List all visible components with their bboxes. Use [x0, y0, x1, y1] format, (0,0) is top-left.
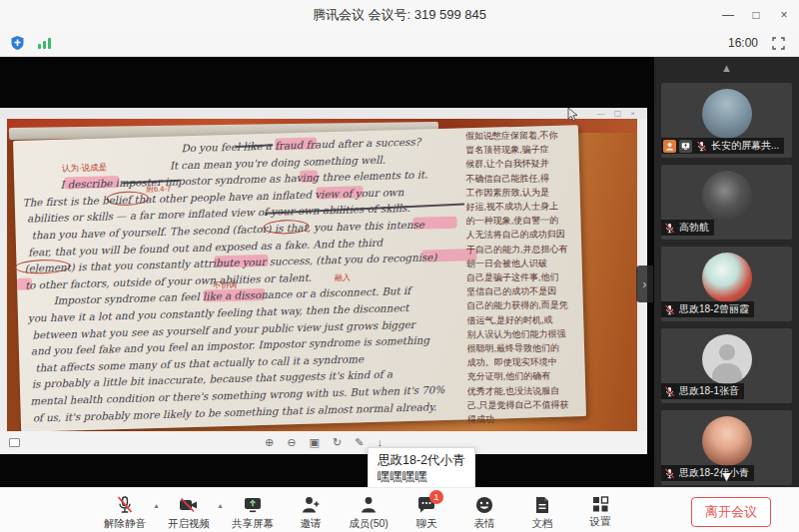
docs-button[interactable]: 文档 [513, 490, 571, 531]
invite-button[interactable]: 邀请 [282, 490, 340, 531]
zoom-out-icon[interactable]: ⊖ [287, 437, 296, 448]
chevron-right-icon: › [642, 276, 646, 291]
chinese-note-line: 于自己的能力,并总担心有 [466, 242, 580, 257]
emoji-button[interactable]: 表情 [455, 490, 513, 531]
share-screen-icon [242, 495, 264, 515]
unmute-button[interactable]: 解除静音 [96, 490, 154, 531]
members-label: 成员(50) [349, 517, 389, 531]
chinese-note-line: 别人误认为他们能力很强 [466, 326, 580, 341]
invite-label: 邀请 [301, 517, 322, 531]
smiley-icon [474, 495, 494, 515]
window-title: 腾讯会议 会议号: 319 599 845 [313, 6, 486, 24]
avatar [702, 253, 752, 302]
member-person-icon [359, 495, 379, 515]
document-icon [533, 495, 551, 515]
shared-document-photo: 认为·说成是 附6.4-7 不协调 融入 Do you feel like a … [7, 119, 637, 431]
settings-label: 设置 [590, 515, 611, 529]
participant-tile[interactable]: 高勃航 [661, 165, 792, 240]
chinese-note-line: 充分证明,他们的确有 [467, 369, 581, 384]
chinese-note-line: 很聪明,最终导致他们的 [467, 340, 581, 355]
window-controls: — □ × [721, 0, 791, 30]
share-screen-label: 共享屏幕 [232, 517, 274, 531]
collapse-sidebar-chevron[interactable]: › [636, 266, 653, 302]
presenter-icon [663, 140, 676, 153]
settings-grid-icon [591, 495, 609, 513]
participant-tile[interactable]: 思政18-2曾丽霞 [661, 247, 792, 321]
fit-size-icon[interactable]: ▣ [310, 437, 320, 448]
chinese-note-line: 坚信自己的成功不是因 [466, 284, 580, 299]
meeting-toolbar: 解除静音 ▲ 开启视频 ▲ 共享屏幕 邀请 [0, 487, 799, 532]
chat-preview-message: 嘿嘿嘿嘿 [378, 469, 465, 486]
network-signal-icon[interactable] [37, 36, 53, 50]
chat-preview-sender: 思政18-2代小青 [378, 452, 465, 469]
scroll-down-arrow[interactable]: ▼ [654, 470, 799, 482]
close-button[interactable]: × [777, 8, 791, 22]
security-shield-icon[interactable] [10, 35, 25, 51]
muted-mic-large-icon [115, 495, 135, 515]
chat-label: 聊天 [416, 517, 437, 531]
shared-application-window: — ▢ × [0, 108, 647, 454]
handwritten-english-text: Do you feel like a fraud fraud after a s… [21, 132, 474, 425]
muted-mic-icon [695, 140, 708, 153]
handwritten-chinese-notes: 假如说憋症保留着,不你冒名顶替现象,骗子症候群,让个自我怀疑并不确信自己能胜任,… [465, 128, 581, 426]
participant-name: 思政18-1张音 [679, 384, 739, 398]
chinese-note-line: 成功。即使现实环境中 [467, 355, 581, 370]
shared-window-chrome: — ▢ × [0, 108, 647, 119]
unmute-label: 解除静音 [104, 517, 146, 531]
fullscreen-icon[interactable] [772, 37, 785, 50]
chinese-note-line: 好运,视不成功人士身上 [466, 199, 580, 214]
chinese-note-line: 自己的能力获得的,而是凭 [466, 298, 580, 313]
zoom-in-icon[interactable]: ⊕ [265, 437, 274, 448]
camera-off-icon [178, 495, 200, 515]
annotate-icon[interactable]: ✎ [355, 437, 364, 448]
chinese-note-line: 朝一日会被他人识破 [466, 256, 580, 270]
chat-button[interactable]: 1 聊天 [398, 490, 455, 531]
muted-mic-icon [663, 303, 676, 316]
meeting-timer: 16:00 [728, 36, 758, 50]
shared-screen-stage: — ▢ × [0, 57, 654, 487]
leave-meeting-button[interactable]: 离开会议 [691, 497, 771, 527]
mouse-cursor-icon [567, 107, 578, 122]
chinese-note-line: 人无法将自己的成功归因 [466, 228, 580, 243]
maximize-button[interactable]: □ [749, 8, 763, 22]
chat-unread-badge: 1 [429, 490, 443, 504]
participant-name: 思政18-2曾丽霞 [679, 302, 749, 316]
settings-button[interactable]: 设置 [571, 490, 629, 529]
muted-mic-icon [663, 222, 676, 235]
participant-tile[interactable]: 长安的屏幕共... [661, 83, 792, 158]
chinese-note-line: 不确信自己能胜任,得 [465, 171, 579, 186]
main-region: — ▢ × [0, 57, 799, 487]
shared-maximize-icon: ▢ [614, 110, 622, 118]
chat-message-preview: 思政18-2代小青 嘿嘿嘿嘿 [368, 447, 475, 487]
chinese-note-line: 己,只是觉得自己不值得获 [467, 397, 581, 412]
rotate-icon[interactable]: ↻ [333, 437, 342, 448]
participant-name: 长安的屏幕共... [711, 139, 779, 153]
members-button[interactable]: 成员(50) [340, 490, 398, 531]
chinese-note-line: 候群,让个自我怀疑并 [465, 157, 579, 172]
start-video-label: 开启视频 [168, 517, 210, 531]
chinese-note-line: 自己是骗子这件事,他们 [466, 269, 580, 284]
share-screen-button[interactable]: 共享屏幕 [224, 490, 282, 531]
meeting-statusbar: 16:00 [0, 30, 799, 57]
participant-name-bar: 长安的屏幕共... [661, 138, 784, 154]
avatar [702, 416, 752, 466]
avatar [702, 334, 752, 384]
start-video-button[interactable]: 开启视频 [160, 490, 218, 531]
participant-name-bar: 高勃航 [661, 220, 714, 236]
chinese-note-line: 工作因素所致,认为是 [465, 185, 579, 200]
viewer-thumbnail-icon[interactable] [9, 438, 20, 447]
muted-mic-icon [663, 385, 676, 398]
chinese-note-line: 的一种现象,使自警一的 [466, 214, 580, 229]
invite-person-icon [301, 495, 321, 515]
participant-tile[interactable]: 思政18-1张音 [661, 328, 792, 403]
scroll-up-arrow[interactable]: ▲ [654, 62, 799, 74]
chinese-note-line: 得成功 [467, 411, 581, 426]
shared-minimize-icon: — [597, 110, 605, 118]
titlebar: 腾讯会议 会议号: 319 599 845 — □ × [0, 0, 799, 30]
participant-name-bar: 思政18-1张音 [661, 383, 744, 399]
participant-name: 高勃航 [679, 221, 709, 235]
chinese-note-line: 假如说憋症保留着,不你 [465, 128, 579, 143]
minimize-button[interactable]: — [721, 8, 735, 22]
notes-paper: 认为·说成是 附6.4-7 不协调 融入 Do you feel like a … [13, 125, 586, 431]
emoji-label: 表情 [474, 517, 495, 531]
